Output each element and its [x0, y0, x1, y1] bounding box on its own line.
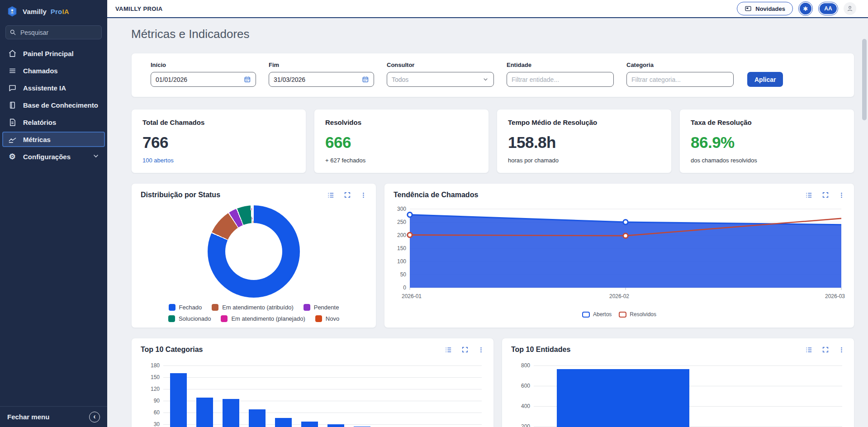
sidebar-item-assistente-ia[interactable]: Assistente IA	[2, 80, 105, 95]
scrollbar-thumb[interactable]	[862, 39, 867, 120]
legend-item[interactable]: Solucionado	[168, 315, 211, 322]
asterisk-icon: ✱	[800, 3, 811, 14]
legend-swatch	[582, 312, 590, 318]
kpi-sub-link[interactable]: 100 abertos	[142, 157, 295, 164]
sidebar-item-label: Base de Conhecimento	[23, 101, 98, 109]
sidebar-item-label: Painel Principal	[23, 50, 74, 57]
y-tick-label: 60	[142, 409, 160, 416]
bar[interactable]	[275, 418, 292, 427]
sidebar-item-label: Assistente IA	[23, 84, 66, 92]
chart-title: Tendência de Chamados	[394, 191, 478, 199]
fullscreen-icon[interactable]	[822, 346, 829, 353]
legend-item[interactable]: Pendente	[304, 304, 339, 311]
kebab-menu-icon[interactable]	[838, 346, 845, 354]
legend-toggle-icon[interactable]	[805, 346, 813, 354]
y-tick-label: 150	[142, 374, 160, 380]
fim-input[interactable]	[269, 72, 374, 87]
bar[interactable]	[301, 422, 318, 427]
legend-swatch	[168, 315, 175, 322]
status-distribution-card: Distribuição por Status FechadoEm atendi…	[131, 183, 376, 328]
x-tick-label: 2026-02	[609, 293, 629, 299]
calendar-icon	[244, 76, 251, 83]
kpi-value: 766	[142, 133, 295, 152]
kebab-menu-icon[interactable]	[360, 191, 367, 199]
legend-swatch	[619, 312, 626, 318]
svg-text:50: 50	[400, 271, 407, 278]
y-tick-label: 180	[142, 362, 160, 369]
topbar: VAMILLY PROIA Novidades ✱ AA	[107, 0, 868, 18]
fullscreen-icon[interactable]	[344, 191, 351, 199]
sidebar-item-base-de-conhecimento[interactable]: Base de Conhecimento	[2, 97, 105, 113]
y-tick-label: 600	[513, 383, 530, 389]
content-area: VAMILLY PROIA Novidades ✱ AA Métricas e …	[107, 0, 868, 427]
chevron-down-icon	[92, 152, 100, 161]
consultor-select[interactable]: Todos	[387, 72, 494, 87]
fullscreen-icon[interactable]	[822, 191, 829, 199]
legend-swatch	[304, 304, 310, 311]
legend-item[interactable]: Em atendimento (planejado)	[221, 315, 305, 322]
legend-toggle-icon[interactable]	[445, 346, 452, 354]
chat-icon	[8, 84, 17, 92]
consultor-label: Consultor	[387, 62, 494, 68]
legend-item[interactable]: Abertos	[582, 311, 612, 318]
entidade-input[interactable]	[507, 72, 614, 87]
novidades-button[interactable]: Novidades	[737, 2, 793, 15]
sidebar-item-metricas[interactable]: Métricas	[2, 132, 105, 147]
chevron-left-icon: ‹	[89, 412, 100, 422]
chart-title: Distribuição por Status	[141, 191, 220, 199]
trend-area-chart[interactable]: 050100150200250300 2026-012026-022026-03…	[394, 205, 845, 318]
bar[interactable]	[223, 399, 239, 427]
sidebar-item-relatorios[interactable]: Relatórios	[2, 114, 105, 130]
kebab-menu-icon[interactable]	[838, 191, 845, 199]
entidade-value[interactable]	[512, 76, 609, 83]
bar[interactable]	[557, 369, 689, 427]
accessibility-button[interactable]: AA	[818, 2, 838, 15]
brand: Vamilly ProIA	[0, 0, 107, 22]
sidebar-item-chamados[interactable]: Chamados	[2, 63, 105, 78]
sidebar-item-configuracoes[interactable]: ⚙ Configurações	[2, 149, 105, 164]
brand-name: Vamilly	[23, 8, 47, 15]
apply-button[interactable]: Aplicar	[747, 72, 783, 87]
bar[interactable]	[327, 424, 344, 427]
inicio-value[interactable]	[156, 76, 244, 83]
legend-item[interactable]: Em atendimento (atribuído)	[212, 304, 294, 311]
sidebar-item-label: Métricas	[23, 136, 51, 143]
line-chart-icon	[8, 135, 17, 144]
inicio-input[interactable]	[151, 72, 256, 87]
main: Métricas e Indicadores Início Fim	[107, 18, 868, 427]
assist-button[interactable]: ✱	[798, 1, 813, 16]
search-icon	[9, 29, 16, 36]
scrollbar[interactable]	[862, 19, 867, 427]
brand-pro: Pro	[51, 8, 62, 15]
categorias-bar-chart[interactable]: 1801501209060300	[163, 365, 482, 427]
kpi-total-chamados: Total de Chamados 766 100 abertos	[131, 109, 306, 173]
user-button[interactable]	[844, 2, 856, 15]
sidebar-item-painel-principal[interactable]: Painel Principal	[2, 46, 105, 61]
categoria-input[interactable]	[626, 72, 734, 87]
y-tick-label: 90	[142, 398, 160, 404]
bar[interactable]	[196, 398, 213, 427]
categoria-value[interactable]	[631, 76, 729, 83]
legend-item[interactable]: Novo	[315, 315, 339, 322]
bar[interactable]	[170, 373, 187, 427]
status-donut-chart[interactable]	[208, 205, 300, 298]
bar[interactable]	[249, 409, 266, 427]
fim-value[interactable]	[274, 76, 362, 83]
legend-item[interactable]: Resolvidos	[619, 311, 656, 318]
svg-text:100: 100	[397, 258, 406, 265]
kpi-title: Total de Chamados	[142, 119, 295, 126]
person-icon	[846, 5, 854, 12]
legend-toggle-icon[interactable]	[805, 191, 813, 199]
novidades-icon	[745, 5, 752, 12]
legend-item[interactable]: Fechado	[169, 304, 202, 311]
kpi-taxa-resolucao: Taxa de Resolução 86.9% dos chamados res…	[679, 109, 854, 173]
fullscreen-icon[interactable]	[461, 346, 469, 353]
search-input[interactable]	[5, 25, 102, 39]
legend-toggle-icon[interactable]	[327, 191, 335, 199]
chart-title: Top 10 Categorias	[141, 346, 203, 354]
collapse-menu-button[interactable]: Fechar menu ‹	[0, 406, 107, 427]
collapse-menu-label: Fechar menu	[7, 413, 49, 421]
kebab-menu-icon[interactable]	[478, 346, 484, 354]
legend-swatch	[212, 304, 218, 311]
entidades-bar-chart[interactable]: 8006004002000	[534, 365, 842, 427]
